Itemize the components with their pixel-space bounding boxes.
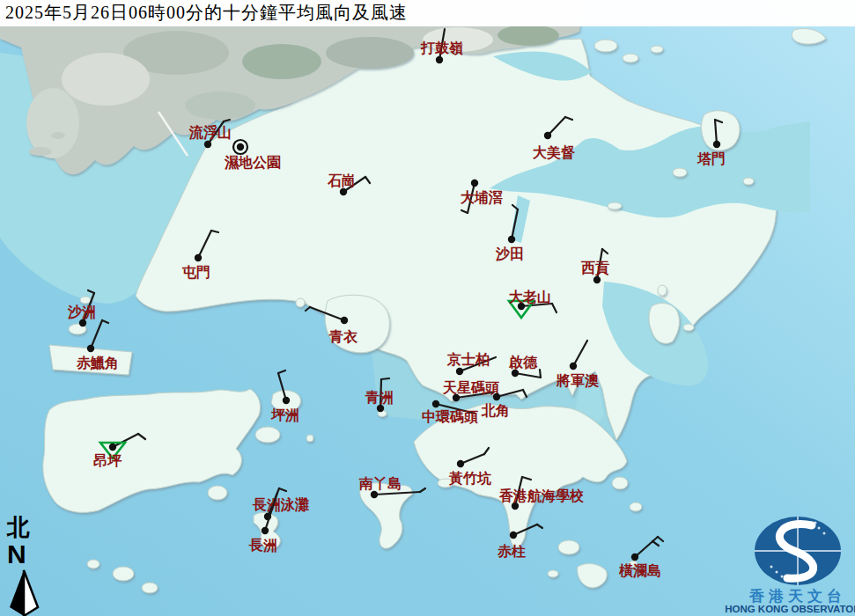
station-label: 西貢 xyxy=(580,260,609,276)
station-dot xyxy=(544,132,551,139)
station-label: 坪洲 xyxy=(270,407,299,422)
shek-kwu-chau-island xyxy=(208,486,227,500)
soko-island-1 xyxy=(113,567,134,581)
station-label: 石崗 xyxy=(327,173,356,188)
station-dot xyxy=(340,188,347,195)
station-label: 大老山 xyxy=(509,290,551,304)
station-label: 打鼓嶺 xyxy=(420,40,463,55)
station-label: 濕地公園 xyxy=(224,155,281,171)
station-dot xyxy=(79,319,86,326)
station-label: 赤鱲角 xyxy=(76,356,119,370)
map-title: 2025年5月26日06時00分的十分鐘平均風向及風速 xyxy=(0,0,855,26)
tolo-islet xyxy=(608,202,622,209)
station-label: 青洲 xyxy=(365,390,394,405)
station-dot xyxy=(432,400,439,407)
station-label: 屯門 xyxy=(181,265,210,280)
port-shelter-islet-1 xyxy=(683,324,694,331)
station-label: 香港航海學校 xyxy=(498,488,584,503)
station-label: 流浮山 xyxy=(188,124,232,140)
station-label: 大美督 xyxy=(533,144,576,160)
station-dot xyxy=(457,460,464,467)
station-dot xyxy=(493,393,500,400)
po-toi-island-3 xyxy=(548,570,558,577)
station-label: 塔門 xyxy=(697,151,726,166)
northeast-island-2 xyxy=(623,54,638,62)
station-label: 沙洲 xyxy=(67,304,96,319)
station-label: 南丫島 xyxy=(358,476,402,491)
tung-lung-island-1 xyxy=(612,477,628,489)
station-label: 將軍澳 xyxy=(556,373,600,388)
station-dot xyxy=(237,143,244,150)
station-label: 天星碼頭 xyxy=(442,380,499,396)
station-dot xyxy=(512,370,519,377)
station-dot xyxy=(631,554,638,561)
northeast-island-3 xyxy=(651,46,663,53)
port-shelter-islet-2 xyxy=(658,285,667,296)
station-label: 啟德 xyxy=(508,355,538,370)
soko-island-3 xyxy=(87,560,100,568)
station-dot xyxy=(453,394,460,401)
station-dot xyxy=(371,491,378,498)
station-label: 大埔滘 xyxy=(461,189,503,205)
grass-island-neighbour-2 xyxy=(743,178,754,185)
station-label: 京士柏 xyxy=(446,351,490,367)
station-dot xyxy=(262,527,269,534)
station-label: 中環碼頭 xyxy=(422,409,478,425)
wind-barb xyxy=(540,370,541,378)
soko-island-2 xyxy=(142,583,158,593)
north-label-chinese: 北 xyxy=(6,515,30,540)
tap-mun-island xyxy=(702,111,740,150)
hei-ling-chau-island xyxy=(255,427,280,443)
station-label: 赤柱 xyxy=(497,544,526,559)
station-dot xyxy=(570,363,577,370)
station-label: 橫瀾島 xyxy=(618,563,661,578)
tung-lung-island-2 xyxy=(630,502,642,511)
station-dot xyxy=(713,141,720,148)
station-dot xyxy=(471,180,478,187)
station-dot xyxy=(87,345,94,352)
station-dot xyxy=(508,236,515,243)
station-label: 黃竹坑 xyxy=(448,471,491,486)
lung-kwu-chau-island xyxy=(80,297,91,304)
ma-wan-island xyxy=(296,298,305,307)
wind-map-page: 打鼓嶺流浮山濕地公園石崗大埔滘大美督塔門沙田西貢屯門沙洲赤鱲角青衣大老山京士柏啟… xyxy=(0,0,855,616)
station-dot xyxy=(512,502,519,510)
station-dot xyxy=(593,276,601,283)
station-label: 北角 xyxy=(481,403,510,418)
station-dot xyxy=(195,254,202,261)
wind-barb xyxy=(381,378,389,379)
station-label: 長洲 xyxy=(248,538,277,553)
northeast-island-1 xyxy=(594,40,617,52)
hko-logo-english: HONG KONG OBSERVATORY xyxy=(725,604,855,614)
wind-map: 打鼓嶺流浮山濕地公園石崗大埔滘大美督塔門沙田西貢屯門沙洲赤鱲角青衣大老山京士柏啟… xyxy=(0,0,855,616)
station-label: 青衣 xyxy=(328,329,358,344)
station-dot xyxy=(436,56,443,63)
station-dot xyxy=(456,368,463,375)
station-label: 長洲泳灘 xyxy=(252,496,309,512)
station-label: 昂坪 xyxy=(93,453,122,468)
station-label: 沙田 xyxy=(495,246,524,261)
po-toi-island-1 xyxy=(558,540,579,554)
grass-island-neighbour-1 xyxy=(673,168,687,177)
station-dot xyxy=(204,141,211,148)
station-dot xyxy=(510,532,517,539)
station-dot xyxy=(341,317,348,324)
north-label-letter: N xyxy=(7,539,26,568)
station-dot xyxy=(283,397,290,404)
kau-yi-chau-island xyxy=(306,435,313,442)
hko-logo-chinese: 香港天文台 xyxy=(748,588,846,605)
station-dot xyxy=(109,444,116,451)
station-dot xyxy=(377,405,384,412)
